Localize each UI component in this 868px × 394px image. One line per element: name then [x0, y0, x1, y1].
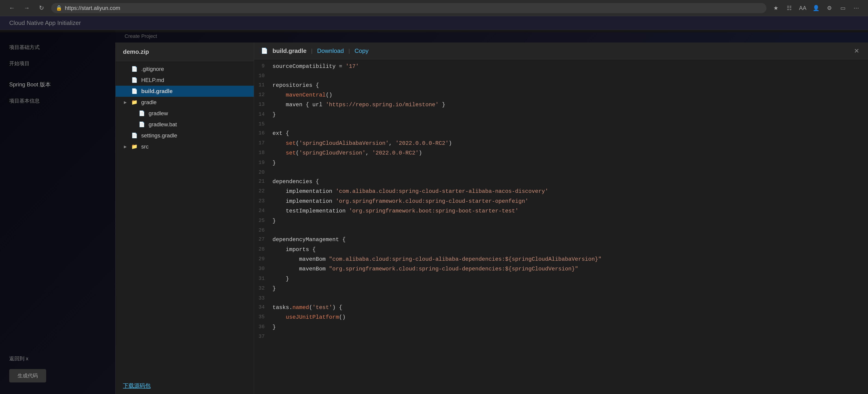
code-line-26: 26: [254, 226, 868, 235]
extensions-icon[interactable]: ⚙: [825, 3, 834, 13]
more-options-icon[interactable]: ⋯: [851, 3, 861, 13]
code-viewer-panel: 📄 build.gradle | Download | Copy ✕: [254, 43, 868, 394]
line-content: repositories {: [270, 81, 868, 90]
browser-chrome: ← → ↻ 🔒 https://start.aliyun.com ★ ☷ AA …: [0, 0, 868, 16]
line-content: implementation 'org.springframework.clou…: [270, 197, 868, 206]
file-item-gradlewbat[interactable]: 📄 gradlew.bat: [116, 119, 254, 130]
code-line-10: 10: [254, 72, 868, 80]
line-content: implementation 'com.alibaba.cloud:spring…: [270, 187, 868, 196]
code-panel-header: 📄 build.gradle | Download | Copy ✕: [254, 43, 868, 59]
file-icon: 📄: [131, 77, 137, 83]
code-line-29: 29 mavenBom "com.alibaba.cloud:spring-cl…: [254, 254, 868, 264]
file-icon: 📄: [139, 110, 145, 116]
line-content: dependencyManagement {: [270, 235, 868, 244]
folder-name: gradle: [141, 99, 157, 106]
grid-icon[interactable]: ☷: [784, 3, 794, 13]
zip-filename: demo.zip: [123, 48, 149, 55]
line-num: 29: [254, 255, 270, 264]
line-content: [270, 120, 868, 128]
code-line-24: 24 testImplementation 'org.springframewo…: [254, 206, 868, 216]
line-num: 11: [254, 81, 270, 90]
code-line-23: 23 implementation 'org.springframework.c…: [254, 197, 868, 206]
code-line-21: 21 dependencies {: [254, 177, 868, 187]
line-content: }: [270, 159, 868, 167]
code-line-12: 12 mavenCentral(): [254, 90, 868, 100]
file-item-gradlew[interactable]: 📄 gradlew: [116, 108, 254, 119]
file-item-settingsgradle[interactable]: 📄 settings.gradle: [116, 130, 254, 141]
line-content: mavenBom "org.springframework.cloud:spri…: [270, 265, 868, 274]
code-line-15: 15: [254, 120, 868, 129]
config-sidebar: 项目基础方式 开始项目 Spring Boot 版本 项目基本信息 返回到 x …: [0, 30, 115, 394]
profile-icon[interactable]: 👤: [811, 3, 821, 13]
file-item-src-folder[interactable]: ► 📁 src: [116, 141, 254, 152]
file-panel-header: demo.zip: [116, 43, 254, 61]
line-num: 9: [254, 62, 270, 71]
reload-button[interactable]: ↻: [36, 3, 46, 13]
folder-name: src: [141, 143, 149, 150]
bookmark-icon[interactable]: ★: [771, 3, 781, 13]
code-content[interactable]: 9 sourceCompatibility = '17' 10 11: [254, 59, 868, 394]
line-num: 16: [254, 129, 270, 138]
code-line-13: 13 maven { url 'https://repo.spring.io/m…: [254, 100, 868, 110]
code-line-22: 22 implementation 'com.alibaba.cloud:spr…: [254, 187, 868, 196]
copy-link[interactable]: Copy: [354, 47, 369, 55]
line-content: tasks.named('test') {: [270, 303, 868, 312]
line-num: 24: [254, 207, 270, 216]
line-content: [270, 168, 868, 176]
line-num: 14: [254, 110, 270, 119]
create-project-button[interactable]: 生成代码: [9, 369, 46, 383]
line-num: 21: [254, 177, 270, 186]
download-link[interactable]: Download: [317, 47, 344, 55]
app-header: Cloud Native App Initializer: [0, 16, 868, 30]
back-button[interactable]: ←: [7, 3, 17, 13]
url-text: https://start.aliyun.com: [65, 5, 120, 11]
line-content: ext {: [270, 129, 868, 138]
file-icon: 📄: [131, 88, 137, 94]
line-content: set('springCloudVersion', '2022.0.0-RC2'…: [270, 149, 868, 158]
code-line-17: 17 set('springCloudAlibabaVersion', '202…: [254, 139, 868, 148]
line-num: 33: [254, 294, 270, 302]
file-item-buildgradle[interactable]: 📄 build.gradle: [116, 86, 254, 97]
file-tree-panel: demo.zip 📄 .gitignore: [115, 43, 254, 394]
line-num: 22: [254, 187, 270, 196]
file-item-helpmd[interactable]: 📄 HELP.md: [116, 75, 254, 86]
file-icon: 📄: [131, 66, 137, 72]
line-content: maven { url 'https://repo.spring.io/mile…: [270, 101, 868, 109]
address-bar[interactable]: 🔒 https://start.aliyun.com: [51, 3, 767, 13]
forward-button[interactable]: →: [22, 3, 32, 13]
breadcrumb: Create Project: [115, 30, 868, 43]
code-line-32: 32 }: [254, 284, 868, 293]
sidebar-toggle-icon[interactable]: ▭: [838, 3, 848, 13]
line-num: 13: [254, 101, 270, 109]
line-content: mavenCentral(): [270, 91, 868, 100]
line-content: mavenBom "com.alibaba.cloud:spring-cloud…: [270, 255, 868, 264]
line-content: }: [270, 110, 868, 119]
line-num: 20: [254, 168, 270, 176]
line-num: 36: [254, 323, 270, 332]
code-filename: build.gradle: [273, 47, 306, 55]
line-content: }: [270, 284, 868, 293]
sidebar-back-label: 返回到 x: [0, 350, 115, 367]
line-content: set('springCloudAlibabaVersion', '2022.0…: [270, 139, 868, 148]
code-line-16: 16 ext {: [254, 129, 868, 138]
line-num: 23: [254, 197, 270, 206]
line-content: sourceCompatibility = '17': [270, 62, 868, 71]
line-num: 31: [254, 275, 270, 283]
separator-2: |: [348, 48, 350, 54]
file-item-gradle-folder[interactable]: ► 📁 gradle: [116, 97, 254, 108]
code-line-18: 18 set('springCloudVersion', '2022.0.0-R…: [254, 148, 868, 158]
close-button[interactable]: ✕: [852, 46, 861, 55]
app-title: Cloud Native App Initializer: [9, 20, 81, 27]
line-num: 37: [254, 333, 270, 341]
file-item-gitignore[interactable]: 📄 .gitignore: [116, 63, 254, 75]
translate-icon[interactable]: AA: [798, 3, 808, 13]
sidebar-project-info-label: 项目基本信息: [0, 93, 115, 109]
folder-arrow-icon: ►: [123, 144, 128, 149]
code-line-20: 20: [254, 168, 868, 177]
sidebar-section-label-2: 开始项目: [0, 55, 115, 72]
line-num: 15: [254, 120, 270, 128]
download-source-link[interactable]: 下载源码包: [116, 377, 254, 394]
line-num: 27: [254, 235, 270, 244]
lock-icon: 🔒: [56, 5, 62, 11]
code-line-25: 25 }: [254, 216, 868, 226]
